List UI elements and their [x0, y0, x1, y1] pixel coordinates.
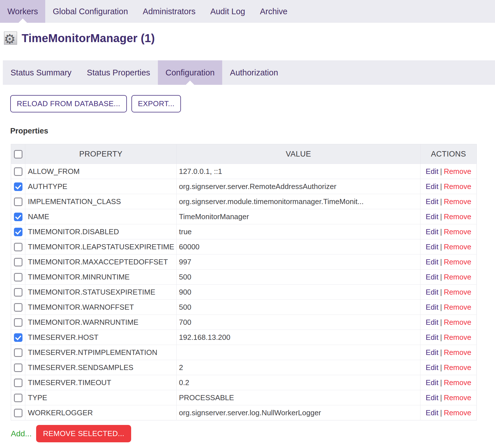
row-checkbox[interactable]: [14, 198, 22, 206]
remove-link[interactable]: Remove: [444, 348, 471, 357]
remove-link[interactable]: Remove: [444, 243, 471, 251]
action-separator: |: [438, 227, 444, 236]
select-all-checkbox[interactable]: [14, 150, 22, 159]
property-value: PROCESSABLE: [177, 390, 420, 405]
edit-link[interactable]: Edit: [426, 303, 438, 311]
row-checkbox[interactable]: [14, 228, 22, 236]
top-nav-item-audit-log[interactable]: Audit Log: [203, 0, 253, 23]
action-separator: |: [438, 333, 444, 342]
property-value: 192.168.13.200: [177, 330, 420, 345]
row-checkbox[interactable]: [14, 333, 22, 342]
edit-link[interactable]: Edit: [426, 318, 438, 326]
property-value: 500: [177, 300, 420, 315]
remove-link[interactable]: Remove: [444, 378, 471, 387]
edit-link[interactable]: Edit: [426, 273, 438, 281]
add-link[interactable]: Add...: [11, 429, 32, 438]
row-checkbox[interactable]: [14, 288, 22, 297]
table-row: TIMEMONITOR.MINRUNTIME 500 Edit|Remove: [11, 270, 477, 285]
action-separator: |: [438, 243, 444, 251]
top-nav-item-workers[interactable]: Workers: [0, 0, 45, 23]
property-name: TIMESERVER.NTPIMPLEMENTATION: [25, 345, 177, 360]
edit-link[interactable]: Edit: [426, 227, 438, 236]
tab-status-properties[interactable]: Status Properties: [79, 60, 158, 85]
edit-link[interactable]: Edit: [426, 182, 438, 191]
remove-link[interactable]: Remove: [444, 288, 471, 296]
table-row: ALLOW_FROM 127.0.0.1, ::1 Edit|Remove: [11, 164, 477, 179]
edit-link[interactable]: Edit: [426, 212, 438, 221]
remove-link[interactable]: Remove: [444, 333, 471, 342]
action-separator: |: [438, 182, 444, 191]
properties-heading: Properties: [10, 127, 495, 135]
edit-link[interactable]: Edit: [426, 363, 438, 372]
action-separator: |: [438, 167, 444, 176]
edit-link[interactable]: Edit: [426, 393, 438, 402]
tab-configuration[interactable]: Configuration: [158, 60, 222, 85]
tab-item-label: Authorization: [230, 68, 278, 77]
table-row: TIMEMONITOR.WARNOFFSET 500 Edit|Remove: [11, 300, 477, 315]
remove-link[interactable]: Remove: [444, 167, 471, 176]
property-name: NAME: [25, 209, 177, 224]
property-name: TIMESERVER.SENDSAMPLES: [25, 360, 177, 375]
tab-authorization[interactable]: Authorization: [222, 60, 286, 85]
edit-link[interactable]: Edit: [426, 408, 438, 417]
table-row: IMPLEMENTATION_CLASS org.signserver.modu…: [11, 194, 477, 209]
table-row: TIMESERVER.HOST 192.168.13.200 Edit|Remo…: [11, 330, 477, 345]
export-button[interactable]: EXPORT...: [131, 95, 181, 112]
property-name: ALLOW_FROM: [25, 164, 177, 179]
table-row: TIMEMONITOR.DISABLED true Edit|Remove: [11, 224, 477, 239]
top-nav-item-global-configuration[interactable]: Global Configuration: [45, 0, 135, 23]
table-row: WORKERLOGGER org.signserver.server.log.N…: [11, 405, 477, 420]
row-checkbox[interactable]: [14, 363, 22, 372]
row-checkbox[interactable]: [14, 394, 22, 402]
edit-link[interactable]: Edit: [426, 167, 438, 176]
edit-link[interactable]: Edit: [426, 333, 438, 342]
top-nav-item-archive[interactable]: Archive: [253, 0, 295, 23]
row-checkbox[interactable]: [14, 348, 22, 357]
remove-link[interactable]: Remove: [444, 227, 471, 236]
remove-link[interactable]: Remove: [444, 303, 471, 311]
row-checkbox[interactable]: [14, 213, 22, 221]
row-checkbox[interactable]: [14, 167, 22, 176]
edit-link[interactable]: Edit: [426, 288, 438, 296]
edit-link[interactable]: Edit: [426, 378, 438, 387]
remove-link[interactable]: Remove: [444, 182, 471, 191]
row-checkbox[interactable]: [14, 303, 22, 312]
row-checkbox[interactable]: [14, 318, 22, 327]
table-footer: Add... REMOVE SELECTED...: [11, 425, 495, 442]
edit-link[interactable]: Edit: [426, 258, 438, 266]
property-name: TIMEMONITOR.MINRUNTIME: [25, 270, 177, 285]
action-separator: |: [438, 288, 444, 296]
property-value: 900: [177, 285, 420, 300]
property-name: IMPLEMENTATION_CLASS: [25, 194, 177, 209]
table-row: TIMEMONITOR.LEAPSTATUSEXPIRETIME 60000 E…: [11, 239, 477, 254]
reload-from-database-button[interactable]: RELOAD FROM DATABASE...: [10, 95, 127, 112]
top-nav: Workers Global Configuration Administrat…: [0, 0, 495, 23]
property-name: WORKERLOGGER: [25, 405, 177, 420]
top-nav-item-administrators[interactable]: Administrators: [135, 0, 203, 23]
row-checkbox[interactable]: [14, 379, 22, 387]
remove-link[interactable]: Remove: [444, 408, 471, 417]
row-checkbox[interactable]: [14, 243, 22, 251]
row-checkbox[interactable]: [14, 409, 22, 417]
edit-link[interactable]: Edit: [426, 348, 438, 357]
tab-status-summary[interactable]: Status Summary: [3, 60, 79, 85]
property-name: TIMEMONITOR.MAXACCEPTEDOFFSET: [25, 254, 177, 270]
page-header: ⚙ TimeMonitorManager (1): [4, 30, 495, 46]
top-nav-item-label: Workers: [7, 7, 38, 16]
remove-link[interactable]: Remove: [444, 393, 471, 402]
edit-link[interactable]: Edit: [426, 243, 438, 251]
remove-link[interactable]: Remove: [444, 273, 471, 281]
remove-link[interactable]: Remove: [444, 363, 471, 372]
row-checkbox[interactable]: [14, 182, 22, 191]
row-checkbox[interactable]: [14, 273, 22, 281]
remove-link[interactable]: Remove: [444, 212, 471, 221]
property-value: 2: [177, 360, 420, 375]
remove-link[interactable]: Remove: [444, 258, 471, 266]
top-nav-item-label: Audit Log: [210, 7, 245, 16]
edit-link[interactable]: Edit: [426, 197, 438, 206]
remove-link[interactable]: Remove: [444, 197, 471, 206]
remove-selected-button[interactable]: REMOVE SELECTED...: [36, 425, 131, 442]
row-checkbox[interactable]: [14, 258, 22, 266]
remove-link[interactable]: Remove: [444, 318, 471, 326]
property-value: 60000: [177, 239, 420, 254]
